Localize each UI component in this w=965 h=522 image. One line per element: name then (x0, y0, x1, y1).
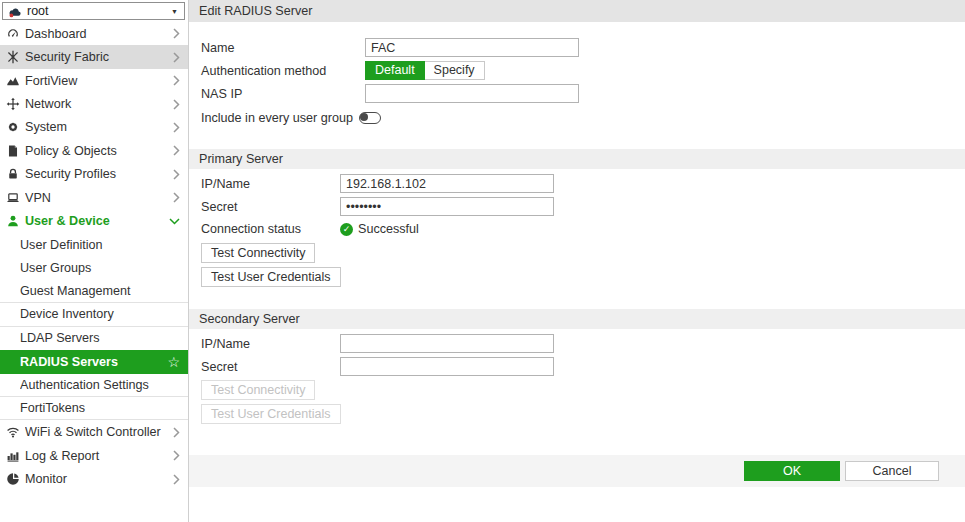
vpn-laptop-icon (5, 191, 20, 205)
chevron-right-icon (173, 52, 180, 63)
connection-status-label: Connection status (201, 222, 340, 236)
sidebar-item-user-definition[interactable]: User Definition (0, 233, 188, 256)
connection-status-row: Connection status ✓ Successful (201, 221, 965, 237)
page-title: Edit RADIUS Server (189, 0, 965, 22)
radius-server-form: Name Authentication method Default Speci… (189, 22, 965, 487)
sidebar-item-user-device[interactable]: User & Device (0, 210, 188, 233)
sidebar-item-ldap-servers[interactable]: LDAP Servers (0, 327, 188, 350)
gear-icon (5, 120, 20, 134)
sidebar-item-monitor[interactable]: Monitor (0, 467, 188, 490)
sidebar-item-label: Device Inventory (20, 307, 180, 321)
name-input[interactable] (365, 38, 579, 57)
sidebar-item-fortitokens[interactable]: FortiTokens (0, 397, 188, 420)
wifi-icon (5, 425, 20, 439)
sidebar-item-label: Security Fabric (25, 50, 173, 64)
chevron-right-icon (173, 192, 180, 203)
sidebar-item-label: LDAP Servers (20, 331, 180, 345)
primary-secret-label: Secret (201, 200, 340, 214)
primary-server-section-header: Primary Server (189, 149, 965, 169)
sidebar-nav: Dashboard Security Fabric (0, 22, 188, 491)
vdom-selector[interactable]: root ▼ (2, 2, 185, 20)
sidebar: root ▼ Dashboard (0, 0, 189, 522)
sidebar-item-guest-management[interactable]: Guest Management (0, 280, 188, 303)
primary-secret-row: Secret (201, 197, 965, 216)
secondary-test-connectivity-button: Test Connectivity (201, 380, 315, 400)
sidebar-item-label: Monitor (25, 472, 173, 486)
sidebar-item-label: Log & Report (25, 449, 173, 463)
sidebar-item-user-groups[interactable]: User Groups (0, 256, 188, 279)
sidebar-item-label: Security Profiles (25, 167, 173, 181)
sidebar-item-wifi-switch-controller[interactable]: WiFi & Switch Controller (0, 420, 188, 443)
sidebar-item-log-report[interactable]: Log & Report (0, 444, 188, 467)
chevron-right-icon (173, 450, 180, 461)
secondary-secret-row: Secret (201, 357, 965, 376)
primary-ip-row: IP/Name (201, 174, 965, 193)
sidebar-item-label: System (25, 120, 173, 134)
include-group-label: Include in every user group (201, 111, 353, 125)
sidebar-item-label: Policy & Objects (25, 144, 173, 158)
secondary-ip-input[interactable] (340, 334, 554, 353)
bar-chart-icon (5, 449, 20, 463)
form-footer: OK Cancel (189, 455, 965, 487)
sidebar-item-device-inventory[interactable]: Device Inventory (0, 303, 188, 326)
primary-secret-input[interactable] (340, 197, 554, 216)
favorite-star-icon[interactable]: ☆ (167, 355, 180, 369)
sidebar-item-fortiview[interactable]: FortiView (0, 69, 188, 92)
auth-method-specify-button[interactable]: Specify (425, 61, 485, 80)
policy-document-icon (5, 144, 20, 158)
network-move-icon (5, 97, 20, 111)
pie-chart-icon (5, 472, 20, 486)
chevron-down-icon (169, 218, 180, 225)
sidebar-item-radius-servers[interactable]: RADIUS Servers ☆ (0, 350, 188, 373)
secondary-secret-input[interactable] (340, 357, 554, 376)
sidebar-item-network[interactable]: Network (0, 92, 188, 115)
auth-method-label: Authentication method (201, 64, 365, 78)
sidebar-item-label: RADIUS Servers (20, 355, 167, 369)
sidebar-item-authentication-settings[interactable]: Authentication Settings (0, 374, 188, 397)
auth-method-row: Authentication method Default Specify (201, 61, 965, 80)
cloud-icon (7, 5, 22, 18)
secondary-ip-label: IP/Name (201, 337, 340, 351)
chevron-right-icon (173, 427, 180, 438)
chevron-right-icon (173, 75, 180, 86)
sidebar-item-label: User & Device (25, 214, 169, 228)
chevron-right-icon (173, 169, 180, 180)
fortiview-chart-icon (5, 74, 20, 88)
auth-method-default-button[interactable]: Default (365, 61, 425, 80)
dashboard-icon (5, 27, 20, 41)
nas-ip-label: NAS IP (201, 87, 365, 101)
secondary-server-section-header: Secondary Server (189, 309, 965, 329)
secondary-ip-row: IP/Name (201, 334, 965, 353)
sidebar-item-label: User Definition (20, 238, 180, 252)
sidebar-item-label: Guest Management (20, 284, 180, 298)
secondary-secret-label: Secret (201, 360, 340, 374)
name-label: Name (201, 41, 365, 55)
sidebar-item-vpn[interactable]: VPN (0, 186, 188, 209)
sidebar-item-label: Authentication Settings (20, 378, 180, 392)
include-group-toggle[interactable] (359, 112, 381, 124)
cancel-button[interactable]: Cancel (845, 461, 939, 481)
sidebar-item-security-fabric[interactable]: Security Fabric (0, 45, 188, 68)
lock-icon (5, 167, 20, 181)
sidebar-item-policy-objects[interactable]: Policy & Objects (0, 139, 188, 162)
sidebar-item-label: User Groups (20, 261, 180, 275)
sidebar-item-dashboard[interactable]: Dashboard (0, 22, 188, 45)
secondary-test-user-credentials-button: Test User Credentials (201, 404, 341, 424)
security-fabric-icon (5, 50, 20, 64)
nas-ip-input[interactable] (365, 84, 579, 103)
auth-method-segmented-control: Default Specify (365, 61, 485, 80)
primary-ip-input[interactable] (340, 174, 554, 193)
sidebar-item-label: FortiView (25, 74, 173, 88)
primary-test-connectivity-button[interactable]: Test Connectivity (201, 243, 315, 263)
connection-status-value: Successful (358, 222, 419, 236)
primary-test-user-credentials-button[interactable]: Test User Credentials (201, 267, 341, 287)
sidebar-item-label: Network (25, 97, 173, 111)
sidebar-item-security-profiles[interactable]: Security Profiles (0, 163, 188, 186)
ok-button[interactable]: OK (744, 461, 840, 481)
sidebar-item-label: Dashboard (25, 27, 173, 41)
chevron-right-icon (173, 145, 180, 156)
name-row: Name (201, 38, 965, 57)
sidebar-item-label: VPN (25, 191, 173, 205)
vdom-value: root (27, 4, 171, 18)
sidebar-item-system[interactable]: System (0, 116, 188, 139)
